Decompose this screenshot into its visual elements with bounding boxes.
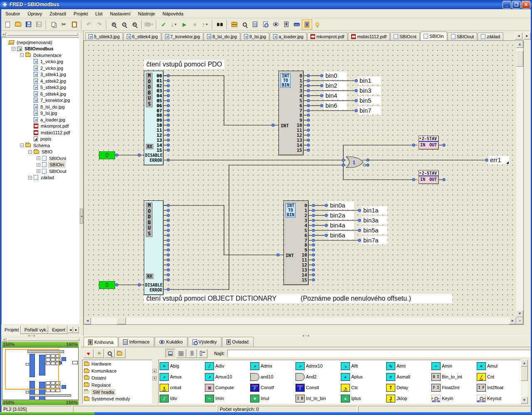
watch-eye-button[interactable] — [271, 20, 281, 30]
view-list-button[interactable] — [187, 349, 197, 358]
net-label-bin5a[interactable]: bin5a — [362, 226, 387, 235]
tree-item-1-vicko-jpg[interactable]: 1_vicko.jpg — [2, 59, 79, 65]
tree-expander-icon[interactable]: + — [37, 156, 40, 160]
library-block-and10[interactable]: and10 — [250, 371, 296, 382]
net-label-bin6[interactable]: bin6 — [324, 101, 347, 110]
library-block-float2int[interactable]: F IFloat2int — [431, 382, 477, 393]
library-block-keyin[interactable]: KEY INKeyin — [431, 393, 477, 404]
net-label-bin5[interactable]: bin5 — [358, 96, 381, 105]
library-block-adiv[interactable]: /Adiv — [205, 361, 250, 371]
folder-hardware[interactable]: Hardware — [83, 361, 152, 368]
menu-nastaven[interactable]: Nastavení — [106, 10, 134, 17]
bottom-tab-knihovna[interactable]: Knihovna — [84, 337, 118, 347]
scroll-up-icon[interactable]: ▲ — [521, 360, 528, 367]
overview-grip-bar[interactable] — [7, 338, 79, 341]
tree-item-nepojmenovan[interactable]: (nepojmenovaná) — [2, 39, 79, 46]
bottom-tab-informace[interactable]: Informace — [118, 337, 154, 346]
tree-item-6-stitek4-jpg[interactable]: 6_stitek4.jpg — [2, 91, 79, 97]
net-label-bin2a[interactable]: bin2a — [328, 211, 354, 220]
doc-tab-z-klad[interactable]: základ — [478, 32, 503, 40]
scroll-down-icon[interactable]: ▼ — [516, 310, 523, 317]
folder-regulace[interactable]: Regulace — [83, 381, 152, 388]
watch-magnifier-button[interactable] — [239, 20, 250, 30]
scroll-thumb[interactable] — [516, 51, 523, 67]
library-block-int-to-bin[interactable]: I BInt_to_bin — [296, 393, 341, 404]
menu-n-stroje[interactable]: Nástroje — [134, 10, 159, 17]
caption-object-dictionary[interactable]: čtení vstupů pomocí OBJECT DICTIONARY(Po… — [144, 294, 452, 303]
library-block-and2[interactable]: And2 — [296, 371, 341, 382]
tree-item-3-stitek1-jpg[interactable]: 3_stitek1.jpg — [2, 72, 79, 78]
dropdown-arrow-icon[interactable]: ▼ — [174, 23, 177, 26]
doc-tab-sbiocnt[interactable]: SBIOcnt — [390, 32, 420, 40]
tree-expander-icon[interactable]: + — [37, 169, 40, 173]
doc-tab-msbio1112-pdf[interactable]: msbio1112.pdf — [348, 32, 390, 40]
tree-item-sbiocnt[interactable]: +SBIOcnt — [2, 155, 79, 162]
doc-tab-9-lsi-jpg[interactable]: 9_lsi.jpg — [241, 32, 269, 40]
library-block-amux10[interactable]: ↗Amux10 — [205, 371, 250, 382]
library-block-asmall[interactable]: <Asmall — [386, 371, 431, 382]
compile-check-button[interactable]: ✓ — [158, 20, 169, 30]
zoom-in-button[interactable]: + — [108, 20, 119, 30]
dropdown-arrow-icon[interactable]: ▼ — [205, 23, 208, 26]
view-large-icons-button[interactable] — [165, 349, 175, 358]
net-label-bin3a[interactable]: bin3a — [362, 216, 387, 225]
doc-tab-6-stitek4-jpg[interactable]: 6_stitek4.jpg — [123, 32, 161, 40]
tree-expander-icon[interactable]: − — [12, 47, 15, 51]
tree-item-sbio[interactable]: −SBIO — [2, 149, 79, 156]
canvas-corner-icon[interactable]: » — [516, 317, 523, 324]
panel-grip-bar[interactable] — [7, 33, 78, 36]
scroll-up-icon[interactable]: ▲ — [516, 41, 523, 48]
open-file-button[interactable] — [13, 20, 23, 30]
int-to-bin-block-2[interactable]: INTTOBIN0123456789101112131415INT — [283, 200, 308, 285]
two-state-block-1[interactable]: ⚑2-STAVINOUT — [419, 136, 438, 149]
library-block-cntud[interactable]: ↕CNTcntud — [160, 382, 205, 393]
read-from-plc-button[interactable]: ↑▼ — [200, 20, 210, 30]
library-block-int2float[interactable]: I FInt2float — [477, 382, 521, 393]
print-preview-button[interactable] — [260, 20, 271, 30]
scroll-left-icon[interactable]: ◄ — [84, 317, 91, 324]
net-label-bin1a[interactable]: bin1a — [362, 206, 387, 215]
folder-list-scrollbar[interactable]: ▲ ▼ — [153, 360, 157, 404]
library-block-keyout[interactable]: KEY OUTKeyout — [477, 393, 521, 404]
net-label-bin6a[interactable]: bin6a — [328, 231, 354, 240]
net-label-bin3[interactable]: bin3 — [358, 86, 381, 95]
library-scrollbar[interactable]: ▲ ▼ — [521, 360, 528, 404]
menu-soubor[interactable]: Soubor — [2, 10, 24, 17]
tree-item-4-stitek2-jpg[interactable]: 4_stitek2.jpg — [2, 78, 79, 84]
panel-grip[interactable]: × — [1, 32, 79, 37]
zoom-out-button[interactable]: − — [119, 20, 129, 30]
net-label-bin4[interactable]: bin4 — [324, 91, 347, 100]
send-to-plc-button[interactable]: ↓▼ — [169, 20, 179, 30]
overview-minimap[interactable] — [2, 347, 79, 400]
favorites-button[interactable]: ♥ — [84, 349, 94, 358]
modules-button[interactable]: ✳ — [94, 349, 104, 358]
library-block-bin-to-int[interactable]: B IBin_to_int — [431, 371, 477, 382]
scroll-thumb[interactable] — [117, 317, 126, 324]
tree-item-7-konektor-jpg[interactable]: 7_konektor.jpg — [2, 97, 79, 104]
library-block-admx10[interactable]: ↗Admx10 — [296, 361, 341, 371]
view-grid-button[interactable] — [176, 349, 186, 358]
library-search-button[interactable] — [105, 349, 115, 358]
doc-tab-mkomprot-pdf[interactable]: mkomprot.pdf — [307, 32, 347, 40]
vertical-splitter[interactable]: ◂ — [79, 31, 84, 336]
library-folder-button[interactable] — [116, 349, 126, 358]
bottom-tab-v-sledky[interactable]: Výsledky — [188, 337, 222, 346]
library-search-input[interactable] — [227, 350, 531, 357]
scroll-right-icon[interactable]: ► — [509, 317, 516, 324]
net-label-bin2[interactable]: bin2 — [324, 82, 347, 90]
tree-item-z-klad[interactable]: +základ — [2, 175, 79, 181]
scroll-thumb[interactable] — [521, 367, 528, 381]
maximize-button[interactable]: ❐ — [512, 1, 521, 9]
zoom-fit-button[interactable]: Fit — [129, 20, 140, 30]
tree-expander-icon[interactable]: − — [20, 143, 24, 147]
modbus-block-2[interactable]: MODBUS00010203040506070809101112131415RX… — [144, 200, 163, 295]
tree-item-popis[interactable]: popis — [2, 136, 79, 143]
folder-sw-hradla[interactable]: SW hradla — [83, 388, 152, 395]
library-block-idiv[interactable]: /Idiv — [160, 393, 205, 404]
canvas-hscrollbar[interactable]: ◄► — [84, 317, 516, 324]
tip-bulb-button[interactable] — [312, 20, 323, 30]
minimap-viewport[interactable] — [5, 349, 59, 390]
menu-list[interactable]: List — [91, 10, 106, 17]
library-block-imin[interactable]: −Imin — [205, 393, 250, 404]
caption-pdo[interactable]: čtení vstupů pomocí PDO — [144, 60, 224, 69]
